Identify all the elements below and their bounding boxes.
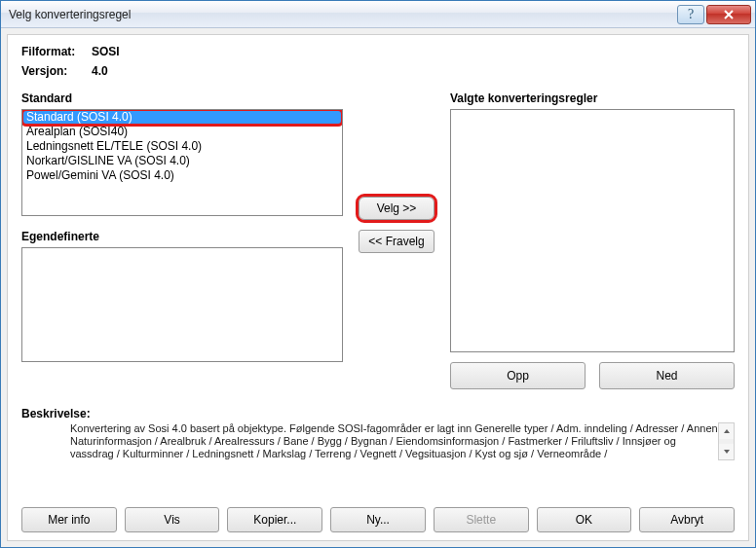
show-label: Vis	[164, 513, 179, 527]
show-button[interactable]: Vis	[125, 507, 220, 532]
standard-listbox[interactable]: Standard (SOSI 4.0)Arealplan (SOSI40)Led…	[21, 109, 343, 216]
cancel-label: Avbryt	[670, 513, 703, 527]
custom-listbox[interactable]	[21, 247, 343, 362]
selected-listbox[interactable]	[450, 109, 735, 352]
move-up-button[interactable]: Opp	[450, 362, 586, 389]
delete-button[interactable]: Slette	[434, 507, 529, 532]
more-info-label: Mer info	[48, 513, 90, 527]
new-button[interactable]: Ny...	[330, 507, 426, 532]
move-down-label: Ned	[656, 369, 677, 383]
move-down-button[interactable]: Ned	[599, 362, 735, 389]
help-button[interactable]: ?	[677, 5, 704, 24]
move-up-label: Opp	[507, 369, 529, 383]
titlebar: Velg konverteringsregel ?	[1, 1, 755, 28]
select-button-label: Velg >>	[377, 201, 417, 215]
select-button[interactable]: Velg >>	[359, 197, 435, 220]
reorder-buttons: Opp Ned	[450, 362, 735, 389]
ok-button[interactable]: OK	[537, 507, 632, 532]
close-icon	[723, 9, 735, 20]
ok-label: OK	[576, 513, 592, 527]
standard-list-item[interactable]: Powel/Gemini VA (SOSI 4.0)	[22, 168, 342, 183]
description-wrap: Konvertering av Sosi 4.0 basert på objek…	[21, 422, 735, 460]
middle-column: Velg >> << Fravelg	[357, 84, 436, 389]
version-label: Versjon:	[21, 64, 92, 78]
copy-button[interactable]: Kopier...	[227, 507, 322, 532]
scroll-down-icon	[719, 444, 734, 459]
window-title: Velg konverteringsregel	[9, 8, 677, 21]
file-format-row: Filformat: SOSI	[21, 45, 735, 58]
version-value: 4.0	[92, 64, 108, 78]
file-format-label: Filformat:	[21, 45, 92, 58]
more-info-button[interactable]: Mer info	[21, 507, 117, 532]
standard-label: Standard	[21, 91, 343, 105]
dialog-content: Filformat: SOSI Versjon: 4.0 Standard St…	[7, 34, 749, 541]
description-scrollbar[interactable]	[718, 422, 735, 460]
scroll-up-icon	[719, 423, 734, 439]
help-icon: ?	[688, 7, 694, 22]
cancel-button[interactable]: Avbryt	[639, 507, 735, 532]
description-text: Konvertering av Sosi 4.0 basert på objek…	[21, 422, 718, 460]
dialog-window: Velg konverteringsregel ? Filformat: SOS…	[0, 0, 756, 548]
columns: Standard Standard (SOSI 4.0)Arealplan (S…	[21, 84, 735, 389]
deselect-button-label: << Fravelg	[368, 235, 424, 248]
standard-list-item[interactable]: Arealplan (SOSI40)	[22, 125, 342, 139]
left-column: Standard Standard (SOSI 4.0)Arealplan (S…	[21, 84, 343, 389]
deselect-button[interactable]: << Fravelg	[359, 230, 435, 253]
standard-list-item[interactable]: Ledningsnett EL/TELE (SOSI 4.0)	[22, 139, 342, 154]
footer-buttons: Mer info Vis Kopier... Ny... Slette OK A…	[21, 499, 735, 532]
standard-list-item[interactable]: Norkart/GISLINE VA (SOSI 4.0)	[22, 154, 342, 168]
new-label: Ny...	[366, 513, 390, 527]
file-format-value: SOSI	[92, 45, 120, 58]
selected-rules-label: Valgte konverteringsregler	[450, 91, 735, 105]
copy-label: Kopier...	[253, 513, 296, 527]
right-column: Valgte konverteringsregler Opp Ned	[450, 84, 735, 389]
close-button[interactable]	[706, 5, 751, 24]
custom-label: Egendefinerte	[21, 230, 343, 243]
description-label: Beskrivelse:	[21, 407, 735, 420]
delete-label: Slette	[466, 513, 496, 527]
standard-list-item[interactable]: Standard (SOSI 4.0)	[22, 110, 342, 125]
version-row: Versjon: 4.0	[21, 64, 735, 78]
